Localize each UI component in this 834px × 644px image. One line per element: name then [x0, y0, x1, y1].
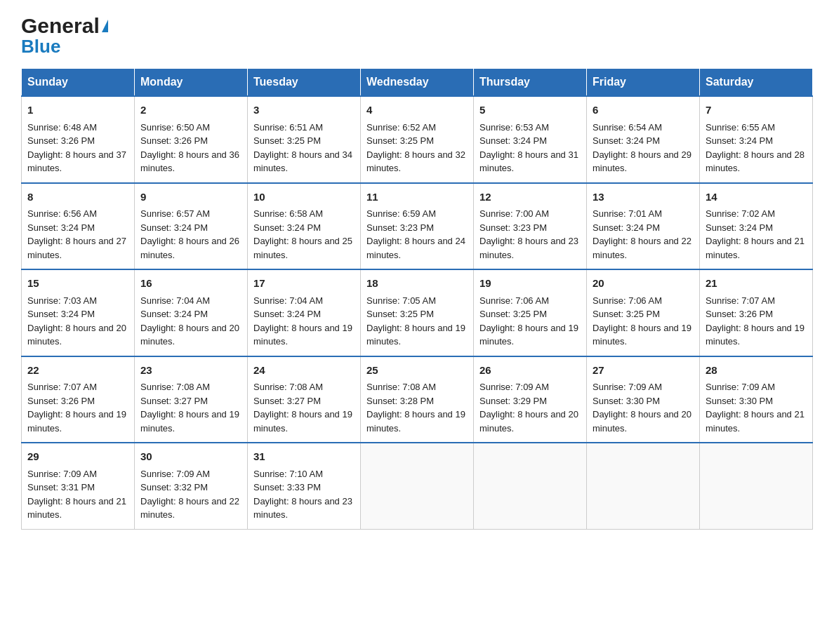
day-info: Sunrise: 6:59 AMSunset: 3:23 PMDaylight:… [366, 208, 465, 260]
logo-triangle-icon [102, 20, 108, 32]
day-number: 25 [366, 363, 468, 379]
calendar-cell: 22 Sunrise: 7:07 AMSunset: 3:26 PMDaylig… [22, 356, 135, 443]
logo-general-text: General [21, 14, 108, 37]
day-number: 4 [366, 102, 468, 119]
day-info: Sunrise: 7:05 AMSunset: 3:25 PMDaylight:… [366, 295, 465, 347]
day-info: Sunrise: 6:55 AMSunset: 3:24 PMDaylight:… [706, 122, 805, 174]
calendar-cell: 11 Sunrise: 6:59 AMSunset: 3:23 PMDaylig… [361, 183, 474, 270]
day-info: Sunrise: 7:06 AMSunset: 3:25 PMDaylight:… [479, 295, 578, 347]
calendar-cell: 17 Sunrise: 7:04 AMSunset: 3:24 PMDaylig… [248, 269, 361, 356]
day-number: 9 [140, 189, 241, 206]
calendar-cell: 6 Sunrise: 6:54 AMSunset: 3:24 PMDayligh… [587, 96, 700, 183]
day-number: 17 [253, 276, 355, 292]
col-header-friday: Friday [587, 69, 700, 97]
day-number: 11 [366, 189, 468, 206]
day-info: Sunrise: 7:09 AMSunset: 3:30 PMDaylight:… [706, 382, 805, 434]
day-info: Sunrise: 7:06 AMSunset: 3:25 PMDaylight:… [593, 295, 691, 347]
day-number: 28 [706, 363, 807, 379]
col-header-monday: Monday [135, 69, 248, 97]
day-info: Sunrise: 7:07 AMSunset: 3:26 PMDaylight:… [27, 382, 126, 434]
day-info: Sunrise: 7:00 AMSunset: 3:23 PMDaylight:… [479, 208, 578, 260]
calendar-cell [700, 443, 813, 529]
day-info: Sunrise: 6:53 AMSunset: 3:24 PMDaylight:… [479, 122, 578, 174]
calendar-week-row: 1 Sunrise: 6:48 AMSunset: 3:26 PMDayligh… [22, 96, 813, 183]
day-info: Sunrise: 7:08 AMSunset: 3:27 PMDaylight:… [140, 382, 239, 434]
calendar-cell [474, 443, 587, 529]
day-info: Sunrise: 7:04 AMSunset: 3:24 PMDaylight:… [140, 295, 239, 347]
day-number: 10 [253, 189, 355, 206]
calendar-week-row: 15 Sunrise: 7:03 AMSunset: 3:24 PMDaylig… [22, 269, 813, 356]
day-info: Sunrise: 7:09 AMSunset: 3:32 PMDaylight:… [140, 469, 239, 521]
calendar-cell: 19 Sunrise: 7:06 AMSunset: 3:25 PMDaylig… [474, 269, 587, 356]
day-info: Sunrise: 6:58 AMSunset: 3:24 PMDaylight:… [253, 208, 352, 260]
day-number: 21 [706, 276, 807, 292]
day-info: Sunrise: 7:08 AMSunset: 3:27 PMDaylight:… [253, 382, 352, 434]
day-number: 1 [27, 102, 128, 119]
calendar-cell: 25 Sunrise: 7:08 AMSunset: 3:28 PMDaylig… [361, 356, 474, 443]
day-info: Sunrise: 7:07 AMSunset: 3:26 PMDaylight:… [706, 295, 805, 347]
col-header-sunday: Sunday [22, 69, 135, 97]
day-number: 2 [140, 102, 241, 119]
calendar-cell: 4 Sunrise: 6:52 AMSunset: 3:25 PMDayligh… [361, 96, 474, 183]
calendar-cell: 10 Sunrise: 6:58 AMSunset: 3:24 PMDaylig… [248, 183, 361, 270]
day-number: 22 [27, 363, 128, 379]
logo: General Blue [21, 14, 108, 55]
day-info: Sunrise: 7:09 AMSunset: 3:29 PMDaylight:… [479, 382, 578, 434]
calendar-cell: 28 Sunrise: 7:09 AMSunset: 3:30 PMDaylig… [700, 356, 813, 443]
calendar-cell: 30 Sunrise: 7:09 AMSunset: 3:32 PMDaylig… [135, 443, 248, 529]
calendar-cell: 16 Sunrise: 7:04 AMSunset: 3:24 PMDaylig… [135, 269, 248, 356]
calendar-cell: 2 Sunrise: 6:50 AMSunset: 3:26 PMDayligh… [135, 96, 248, 183]
day-number: 18 [366, 276, 468, 292]
day-number: 14 [706, 189, 807, 206]
calendar-week-row: 29 Sunrise: 7:09 AMSunset: 3:31 PMDaylig… [22, 443, 813, 529]
calendar-cell [587, 443, 700, 529]
day-number: 29 [27, 449, 128, 465]
day-info: Sunrise: 6:52 AMSunset: 3:25 PMDaylight:… [366, 122, 465, 174]
calendar-cell: 29 Sunrise: 7:09 AMSunset: 3:31 PMDaylig… [22, 443, 135, 529]
day-number: 30 [140, 449, 241, 465]
calendar-cell: 9 Sunrise: 6:57 AMSunset: 3:24 PMDayligh… [135, 183, 248, 270]
day-info: Sunrise: 7:02 AMSunset: 3:24 PMDaylight:… [706, 208, 805, 260]
calendar-cell: 15 Sunrise: 7:03 AMSunset: 3:24 PMDaylig… [22, 269, 135, 356]
day-number: 16 [140, 276, 241, 292]
calendar-cell: 8 Sunrise: 6:56 AMSunset: 3:24 PMDayligh… [22, 183, 135, 270]
calendar-cell [361, 443, 474, 529]
calendar-cell: 13 Sunrise: 7:01 AMSunset: 3:24 PMDaylig… [587, 183, 700, 270]
calendar-week-row: 8 Sunrise: 6:56 AMSunset: 3:24 PMDayligh… [22, 183, 813, 270]
day-number: 5 [479, 102, 581, 119]
calendar-table: SundayMondayTuesdayWednesdayThursdayFrid… [21, 68, 813, 530]
day-info: Sunrise: 6:54 AMSunset: 3:24 PMDaylight:… [593, 122, 691, 174]
calendar-cell: 5 Sunrise: 6:53 AMSunset: 3:24 PMDayligh… [474, 96, 587, 183]
day-number: 27 [593, 363, 694, 379]
col-header-tuesday: Tuesday [248, 69, 361, 97]
day-number: 6 [593, 102, 694, 119]
col-header-saturday: Saturday [700, 69, 813, 97]
day-info: Sunrise: 7:09 AMSunset: 3:30 PMDaylight:… [593, 382, 691, 434]
day-info: Sunrise: 6:51 AMSunset: 3:25 PMDaylight:… [253, 122, 352, 174]
day-number: 20 [593, 276, 694, 292]
calendar-cell: 14 Sunrise: 7:02 AMSunset: 3:24 PMDaylig… [700, 183, 813, 270]
calendar-cell: 24 Sunrise: 7:08 AMSunset: 3:27 PMDaylig… [248, 356, 361, 443]
day-info: Sunrise: 7:09 AMSunset: 3:31 PMDaylight:… [27, 469, 126, 521]
calendar-cell: 1 Sunrise: 6:48 AMSunset: 3:26 PMDayligh… [22, 96, 135, 183]
day-number: 12 [479, 189, 581, 206]
calendar-cell: 18 Sunrise: 7:05 AMSunset: 3:25 PMDaylig… [361, 269, 474, 356]
calendar-cell: 23 Sunrise: 7:08 AMSunset: 3:27 PMDaylig… [135, 356, 248, 443]
day-number: 31 [253, 449, 355, 465]
day-number: 26 [479, 363, 581, 379]
day-number: 13 [593, 189, 694, 206]
logo-blue-text: Blue [21, 37, 60, 55]
calendar-cell: 27 Sunrise: 7:09 AMSunset: 3:30 PMDaylig… [587, 356, 700, 443]
col-header-thursday: Thursday [474, 69, 587, 97]
day-number: 3 [253, 102, 355, 119]
day-info: Sunrise: 7:03 AMSunset: 3:24 PMDaylight:… [27, 295, 126, 347]
day-number: 24 [253, 363, 355, 379]
day-info: Sunrise: 7:01 AMSunset: 3:24 PMDaylight:… [593, 208, 691, 260]
day-info: Sunrise: 7:04 AMSunset: 3:24 PMDaylight:… [253, 295, 352, 347]
day-info: Sunrise: 6:56 AMSunset: 3:24 PMDaylight:… [27, 208, 126, 260]
day-number: 23 [140, 363, 241, 379]
day-info: Sunrise: 6:57 AMSunset: 3:24 PMDaylight:… [140, 208, 239, 260]
day-number: 15 [27, 276, 128, 292]
calendar-cell: 20 Sunrise: 7:06 AMSunset: 3:25 PMDaylig… [587, 269, 700, 356]
col-header-wednesday: Wednesday [361, 69, 474, 97]
